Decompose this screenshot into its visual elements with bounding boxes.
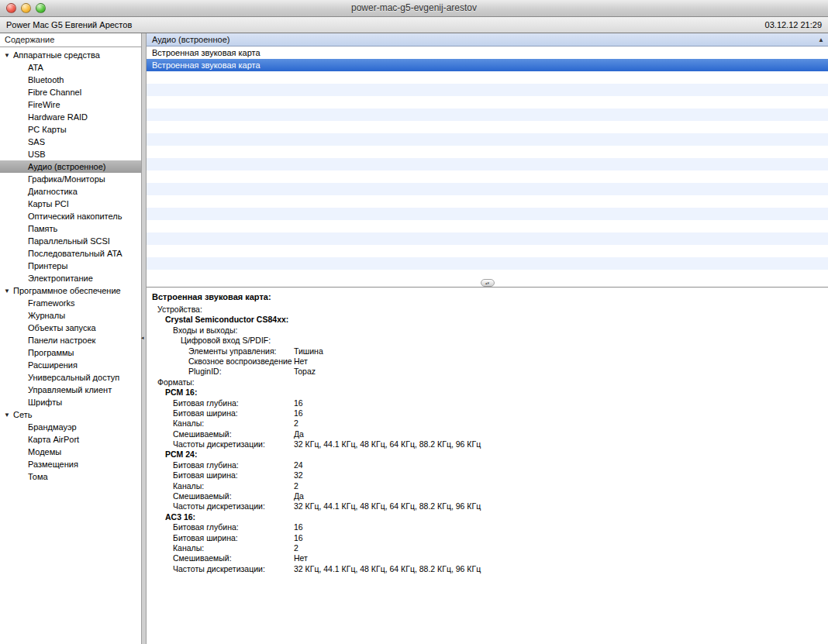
detail-line: Битовая ширина:32 (147, 470, 828, 480)
window-controls (6, 3, 46, 13)
detail-line: Битовая глубина:16 (147, 398, 828, 408)
sidebar-header: Содержание (0, 33, 141, 47)
splitter-resize-nub-icon[interactable]: ▴▾ (481, 279, 495, 287)
details-pane: Встроенная звуковая карта: Устройства:Cr… (147, 288, 828, 644)
detail-label: Каналы: (173, 543, 204, 553)
table-row-empty (147, 208, 828, 220)
detail-line: Входы и выходы: (147, 325, 828, 336)
sidebar-item[interactable]: Диагностика (0, 185, 141, 198)
table-row-empty (147, 183, 828, 195)
detail-value: 32 КГц, 44.1 КГц, 48 КГц, 64 КГц, 88.2 К… (292, 564, 481, 574)
close-button[interactable] (6, 3, 16, 13)
sidebar-item[interactable]: PC Карты (0, 123, 141, 136)
detail-label: PCM 24: (165, 449, 197, 459)
sidebar-item[interactable]: Электропитание (0, 272, 141, 284)
table-row-empty (147, 195, 828, 208)
sidebar-item[interactable]: FireWire (0, 98, 141, 111)
sidebar-group-label: Программное обеспечение (13, 286, 121, 295)
sidebar-item[interactable]: Bluetooth (0, 74, 141, 86)
sidebar-item[interactable]: Шрифты (0, 396, 141, 408)
main-pane: Аудио (встроенное) ▲ Встроенная звуковая… (147, 33, 828, 644)
sidebar-item[interactable]: Карта AirPort (0, 433, 141, 446)
sidebar-item[interactable]: Оптический накопитель (0, 210, 141, 222)
sidebar-group[interactable]: ▼Сеть (0, 408, 141, 421)
detail-label: Каналы: (173, 481, 204, 491)
detail-value: 32 (292, 470, 303, 480)
sidebar-item[interactable]: Размещения (0, 458, 141, 470)
detail-label: Битовая ширина: (173, 533, 238, 542)
sidebar-item[interactable]: Fibre Channel (0, 86, 141, 98)
table-row-empty (147, 133, 828, 146)
sidebar-item[interactable]: Программы (0, 346, 141, 359)
sidebar-item[interactable]: Frameworks (0, 297, 141, 309)
detail-label: Устройства: (157, 305, 202, 314)
sidebar-item[interactable]: Управляемый клиент (0, 384, 141, 396)
column-header-audio[interactable]: Аудио (встроенное) ▲ (147, 33, 828, 46)
sidebar-item[interactable]: Hardware RAID (0, 111, 141, 123)
detail-value: 16 (292, 522, 303, 532)
sidebar-item[interactable]: Карты PCI (0, 198, 141, 210)
detail-label: PCM 16: (165, 387, 197, 397)
detail-label: Битовая глубина: (173, 460, 239, 470)
detail-label: Частоты дискретизации: (173, 564, 265, 573)
detail-line: Каналы:2 (147, 481, 828, 491)
sidebar-item[interactable]: Последовательный ATA (0, 247, 141, 260)
sidebar-item[interactable]: Объекты запуска (0, 322, 141, 334)
device-table-body: Встроенная звуковая картаВстроенная звук… (147, 46, 828, 282)
sidebar-item[interactable]: Журналы (0, 309, 141, 322)
sidebar-item[interactable]: Панели настроек (0, 334, 141, 346)
detail-line: Каналы:2 (147, 543, 828, 553)
sidebar-item[interactable]: SAS (0, 136, 141, 148)
pane-divider[interactable]: ◂ (141, 33, 147, 644)
sidebar-item[interactable]: Модемы (0, 446, 141, 458)
table-row[interactable]: Встроенная звуковая карта (147, 46, 828, 59)
detail-value: 2 (292, 481, 298, 491)
detail-value: 16 (292, 408, 303, 418)
sidebar-item[interactable]: Аудио (встроенное) (0, 160, 141, 173)
detail-value: Тишина (292, 346, 323, 356)
detail-label: Битовая глубина: (173, 522, 239, 532)
table-row-empty (147, 170, 828, 183)
sidebar-item[interactable]: Расширения (0, 359, 141, 371)
detail-line: Каналы:2 (147, 418, 828, 429)
sidebar-item[interactable]: Универсальный доступ (0, 371, 141, 384)
detail-line: Смешиваемый:Нет (147, 553, 828, 563)
detail-line: Битовая глубина:24 (147, 460, 828, 470)
detail-value: 32 КГц, 44.1 КГц, 48 КГц, 64 КГц, 88.2 К… (292, 501, 481, 511)
detail-value: Нет (292, 356, 308, 367)
table-row[interactable]: Встроенная звуковая карта (147, 59, 828, 71)
sidebar-item[interactable]: Тома (0, 470, 141, 483)
sidebar-group[interactable]: ▼Аппаратные средства (0, 49, 141, 61)
sidebar-item[interactable]: Брандмауэр (0, 421, 141, 433)
disclosure-triangle-icon[interactable]: ▼ (4, 288, 13, 294)
detail-value: Нет (292, 553, 308, 563)
sidebar-group[interactable]: ▼Программное обеспечение (0, 284, 141, 297)
detail-label: Смешиваемый: (173, 429, 232, 439)
sidebar-item[interactable]: Графика/Мониторы (0, 173, 141, 185)
detail-value: 16 (292, 533, 303, 543)
report-datetime: 03.12.12 21:29 (765, 20, 822, 29)
detail-label: Элементы управления: (188, 346, 276, 356)
sidebar-item[interactable]: USB (0, 148, 141, 160)
detail-label: Смешиваемый: (173, 553, 232, 563)
table-row-empty (147, 232, 828, 245)
disclosure-triangle-icon[interactable]: ▼ (4, 52, 13, 59)
disclosure-triangle-icon[interactable]: ▼ (4, 412, 13, 418)
detail-label: Форматы: (157, 377, 195, 387)
detail-value: 24 (292, 460, 303, 470)
detail-label: Частоты дискретизации: (173, 501, 265, 511)
detail-line: Битовая ширина:16 (147, 533, 828, 543)
minimize-button[interactable] (21, 3, 31, 13)
detail-label: Битовая ширина: (173, 408, 238, 418)
zoom-button[interactable] (36, 3, 46, 13)
divider-grip-icon: ◂ (141, 334, 144, 341)
sidebar-item[interactable]: Параллельный SCSI (0, 235, 141, 247)
table-row-empty (147, 220, 828, 232)
sidebar-item[interactable]: Память (0, 222, 141, 235)
horizontal-splitter[interactable]: ▴▾ (147, 282, 828, 288)
detail-line: Элементы управления:Тишина (147, 346, 828, 356)
detail-label: AC3 16: (165, 512, 195, 522)
sidebar-item[interactable]: ATA (0, 61, 141, 74)
sidebar-item[interactable]: Принтеры (0, 260, 141, 272)
detail-label: Смешиваемый: (173, 491, 232, 501)
